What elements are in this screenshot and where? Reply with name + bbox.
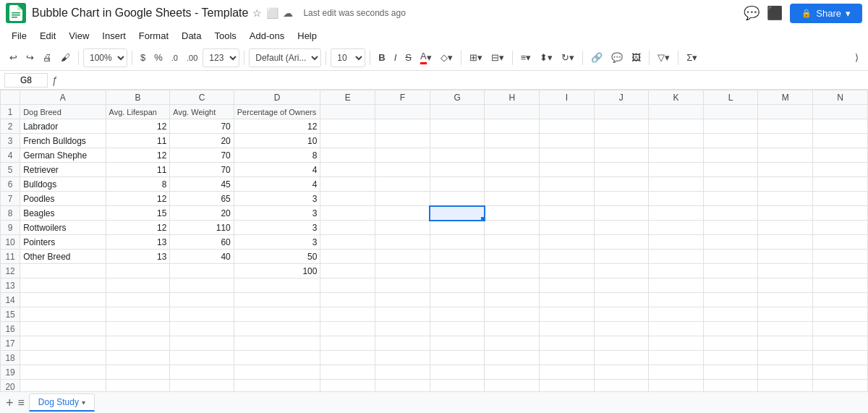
cell-4-K[interactable] (649, 148, 704, 163)
share-button[interactable]: Share ▾ (790, 4, 862, 23)
cell-11-N[interactable] (813, 250, 868, 264)
cell-15-E[interactable] (320, 307, 375, 322)
cell-11-C[interactable]: 40 (170, 250, 234, 264)
cell-10-H[interactable] (485, 235, 540, 250)
cell-5-G[interactable] (430, 163, 485, 177)
cell-6-G[interactable] (430, 177, 485, 192)
merge-button[interactable]: ⊟▾ (488, 50, 508, 65)
text-color-button[interactable]: A▾ (417, 48, 435, 67)
cell-3-A[interactable]: French Bulldogs (20, 134, 106, 148)
folder-icon[interactable]: ⬜ (266, 7, 278, 19)
cell-14-F[interactable] (375, 293, 430, 307)
cell-18-K[interactable] (649, 351, 704, 365)
cell-4-I[interactable] (540, 148, 594, 163)
col-header-A[interactable]: A (20, 90, 106, 105)
cell-14-C[interactable] (170, 293, 234, 307)
cell-15-G[interactable] (430, 307, 485, 322)
cell-8-N[interactable] (813, 206, 868, 221)
cell-17-H[interactable] (485, 336, 540, 351)
sheet-tab-dog-study[interactable]: Dog Study ▾ (29, 393, 95, 401)
cell-13-K[interactable] (649, 278, 704, 293)
cell-19-B[interactable] (106, 365, 170, 380)
cell-2-I[interactable] (540, 119, 594, 134)
star-icon[interactable]: ☆ (252, 7, 262, 19)
cell-9-J[interactable] (594, 221, 649, 235)
cell-1-I[interactable] (540, 105, 594, 119)
formula-input[interactable] (62, 74, 864, 85)
cell-17-J[interactable] (594, 336, 649, 351)
cell-12-L[interactable] (703, 264, 758, 278)
cell-13-M[interactable] (758, 278, 813, 293)
cell-1-N[interactable] (813, 105, 868, 119)
cell-18-M[interactable] (758, 351, 813, 365)
halign-button[interactable]: ≡▾ (517, 50, 535, 65)
col-header-C[interactable]: C (170, 90, 234, 105)
bold-button[interactable]: B (375, 50, 388, 65)
cell-6-N[interactable] (813, 177, 868, 192)
cell-7-F[interactable] (375, 192, 430, 206)
cell-5-B[interactable]: 11 (106, 163, 170, 177)
cell-7-G[interactable] (430, 192, 485, 206)
cell-5-K[interactable] (649, 163, 704, 177)
col-header-D[interactable]: D (234, 90, 320, 105)
cell-13-I[interactable] (540, 278, 594, 293)
cell-10-J[interactable] (594, 235, 649, 250)
col-header-G[interactable]: G (430, 90, 485, 105)
cell-10-G[interactable] (430, 235, 485, 250)
rotate-button[interactable]: ↻▾ (558, 50, 578, 65)
collapse-toolbar-button[interactable]: ⟩ (851, 50, 862, 65)
cell-16-F[interactable] (375, 322, 430, 336)
cell-1-B[interactable]: Avg. Lifespan (106, 105, 170, 119)
cell-6-K[interactable] (649, 177, 704, 192)
cell-13-D[interactable] (234, 278, 320, 293)
cell-11-I[interactable] (540, 250, 594, 264)
cell-7-K[interactable] (649, 192, 704, 206)
cell-7-N[interactable] (813, 192, 868, 206)
cell-16-G[interactable] (430, 322, 485, 336)
undo-button[interactable]: ↩ (6, 50, 21, 65)
cell-3-N[interactable] (813, 134, 868, 148)
cell-6-H[interactable] (485, 177, 540, 192)
cell-12-E[interactable] (320, 264, 375, 278)
cell-18-I[interactable] (540, 351, 594, 365)
cell-15-N[interactable] (813, 307, 868, 322)
cell-2-K[interactable] (649, 119, 704, 134)
cell-4-E[interactable] (320, 148, 375, 163)
cell-2-C[interactable]: 70 (170, 119, 234, 134)
cell-7-I[interactable] (540, 192, 594, 206)
cell-4-A[interactable]: German Shephe (20, 148, 106, 163)
cell-6-D[interactable]: 4 (234, 177, 320, 192)
cell-10-K[interactable] (649, 235, 704, 250)
cell-3-K[interactable] (649, 134, 704, 148)
cell-8-E[interactable] (320, 206, 375, 221)
cell-6-I[interactable] (540, 177, 594, 192)
cell-4-H[interactable] (485, 148, 540, 163)
cell-17-F[interactable] (375, 336, 430, 351)
add-sheet-button[interactable]: + (6, 396, 14, 401)
cell-5-L[interactable] (703, 163, 758, 177)
col-header-H[interactable]: H (485, 90, 540, 105)
cell-17-D[interactable] (234, 336, 320, 351)
fill-color-button[interactable]: ◇▾ (437, 50, 456, 65)
menu-tools[interactable]: Tools (208, 29, 242, 43)
cell-15-I[interactable] (540, 307, 594, 322)
cell-15-K[interactable] (649, 307, 704, 322)
cell-5-C[interactable]: 70 (170, 163, 234, 177)
menu-edit[interactable]: Edit (34, 29, 61, 43)
cell-14-D[interactable] (234, 293, 320, 307)
valign-button[interactable]: ⬍▾ (536, 50, 556, 65)
cell-6-B[interactable]: 8 (106, 177, 170, 192)
cell-14-B[interactable] (106, 293, 170, 307)
cell-5-E[interactable] (320, 163, 375, 177)
cell-5-J[interactable] (594, 163, 649, 177)
menu-insert[interactable]: Insert (96, 29, 132, 43)
cell-16-I[interactable] (540, 322, 594, 336)
cell-12-B[interactable] (106, 264, 170, 278)
cell-7-A[interactable]: Poodles (20, 192, 106, 206)
sheet-menu-button[interactable]: ≡ (18, 396, 25, 401)
cell-18-C[interactable] (170, 351, 234, 365)
cell-11-G[interactable] (430, 250, 485, 264)
cell-6-M[interactable] (758, 177, 813, 192)
cell-10-D[interactable]: 3 (234, 235, 320, 250)
cell-9-M[interactable] (758, 221, 813, 235)
